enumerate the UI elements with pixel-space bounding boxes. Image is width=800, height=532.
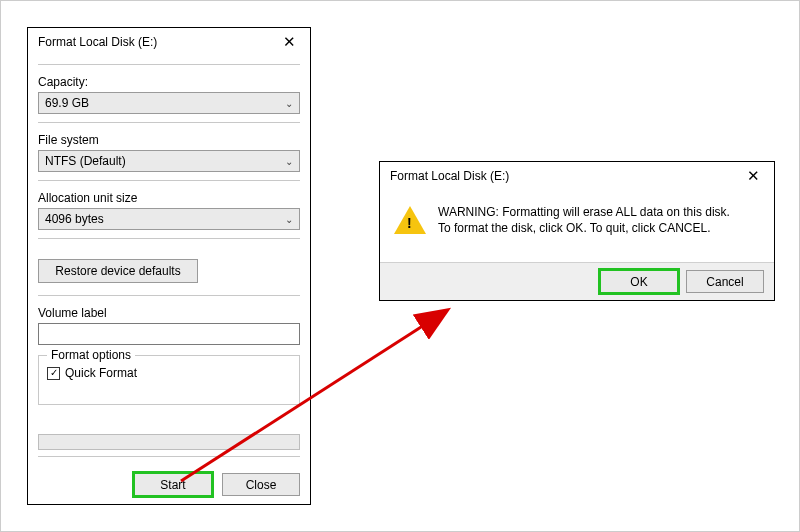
confirm-text: WARNING: Formatting will erase ALL data … <box>438 204 730 254</box>
cancel-button-label: Cancel <box>706 275 743 289</box>
warning-icon <box>394 206 426 234</box>
close-button[interactable]: Close <box>222 473 300 496</box>
capacity-select[interactable]: 69.9 GB ⌄ <box>38 92 300 114</box>
format-dialog: Format Local Disk (E:) ✕ Capacity: 69.9 … <box>27 27 311 505</box>
format-dialog-buttons: Start Close <box>38 463 300 496</box>
confirm-dialog-titlebar: Format Local Disk (E:) ✕ <box>380 162 774 190</box>
quick-format-row: ✓ Quick Format <box>47 366 291 380</box>
capacity-value: 69.9 GB <box>45 96 89 110</box>
restore-defaults-button[interactable]: Restore device defaults <box>38 259 198 283</box>
divider <box>38 456 300 457</box>
format-options-group: Format options ✓ Quick Format <box>38 355 300 405</box>
restore-defaults-label: Restore device defaults <box>55 264 180 278</box>
confirm-dialog: Format Local Disk (E:) ✕ WARNING: Format… <box>379 161 775 301</box>
start-button-label: Start <box>160 478 185 492</box>
format-options-legend: Format options <box>47 348 135 362</box>
close-button-label: Close <box>246 478 277 492</box>
confirm-dialog-body: WARNING: Formatting will erase ALL data … <box>380 190 774 262</box>
allocation-value: 4096 bytes <box>45 212 104 226</box>
quick-format-label: Quick Format <box>65 366 137 380</box>
confirm-line2: To format the disk, click OK. To quit, c… <box>438 220 730 236</box>
close-icon[interactable]: ✕ <box>738 165 768 187</box>
start-button[interactable]: Start <box>134 473 212 496</box>
confirm-dialog-title: Format Local Disk (E:) <box>390 169 738 183</box>
allocation-label: Allocation unit size <box>38 191 300 205</box>
confirm-line1: WARNING: Formatting will erase ALL data … <box>438 204 730 220</box>
format-progress-bar <box>38 434 300 450</box>
divider <box>38 180 300 181</box>
volume-label-label: Volume label <box>38 306 300 320</box>
filesystem-select[interactable]: NTFS (Default) ⌄ <box>38 150 300 172</box>
allocation-select[interactable]: 4096 bytes ⌄ <box>38 208 300 230</box>
ok-button[interactable]: OK <box>600 270 678 293</box>
close-icon[interactable]: ✕ <box>274 31 304 53</box>
cancel-button[interactable]: Cancel <box>686 270 764 293</box>
format-dialog-body: Capacity: 69.9 GB ⌄ File system NTFS (De… <box>28 56 310 504</box>
format-dialog-titlebar: Format Local Disk (E:) ✕ <box>28 28 310 56</box>
divider <box>38 122 300 123</box>
quick-format-checkbox[interactable]: ✓ <box>47 367 60 380</box>
divider <box>38 295 300 296</box>
divider <box>38 238 300 239</box>
ok-button-label: OK <box>630 275 647 289</box>
filesystem-label: File system <box>38 133 300 147</box>
volume-label-input[interactable] <box>38 323 300 345</box>
format-dialog-title: Format Local Disk (E:) <box>38 35 274 49</box>
confirm-dialog-footer: OK Cancel <box>380 262 774 300</box>
capacity-label: Capacity: <box>38 75 300 89</box>
chevron-down-icon: ⌄ <box>285 156 293 167</box>
chevron-down-icon: ⌄ <box>285 98 293 109</box>
filesystem-value: NTFS (Default) <box>45 154 126 168</box>
chevron-down-icon: ⌄ <box>285 214 293 225</box>
divider <box>38 64 300 65</box>
